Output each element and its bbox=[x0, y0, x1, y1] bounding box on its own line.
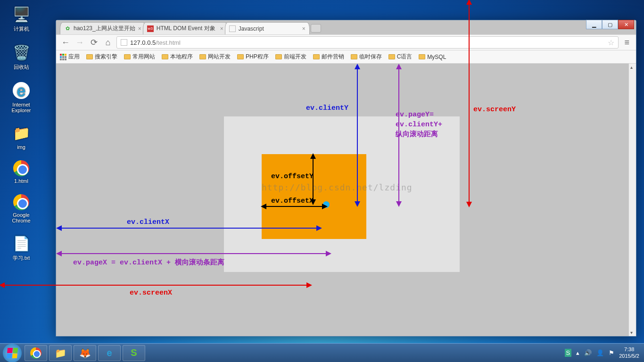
explorer-icon: 📁 bbox=[55, 347, 66, 359]
tab-title: HTML DOM Event 对象 bbox=[157, 25, 215, 33]
tab-title: Javascript bbox=[239, 25, 264, 32]
folder-icon bbox=[275, 54, 282, 59]
page-content: http://blog.csdn.net/lzding ev.offsetY e… bbox=[56, 64, 636, 336]
tray-volume-icon[interactable]: 🔊 bbox=[584, 349, 592, 356]
window-controls bbox=[586, 20, 634, 29]
desktop-label: 学习.txt bbox=[13, 255, 30, 261]
desktop-label: img bbox=[17, 144, 25, 150]
start-button[interactable] bbox=[3, 344, 22, 362]
taskbar-item-app[interactable]: S bbox=[123, 345, 145, 361]
tray-input-icon[interactable]: S bbox=[565, 349, 572, 357]
label-pagey: ev.pageY= ev.clientY+ 纵向滚动距离 bbox=[396, 110, 442, 140]
bookmark-folder[interactable]: 本地程序 bbox=[162, 53, 193, 61]
favicon-icon: w3 bbox=[147, 25, 154, 32]
tab-close-icon[interactable]: × bbox=[217, 25, 223, 32]
bookmark-label: 邮件营销 bbox=[322, 53, 344, 61]
bookmark-folder[interactable]: 搜索引擎 bbox=[86, 53, 117, 61]
bookmark-folder[interactable]: 临时保存 bbox=[351, 53, 382, 61]
bookmarks-bar: 应用 搜索引擎 常用网站 本地程序 网站开发 PHP程序 前端开发 邮件营销 临… bbox=[56, 50, 636, 64]
tray-flag-icon[interactable]: ⚑ bbox=[609, 349, 614, 356]
desktop-icon-ie[interactable]: Internet Explorer bbox=[5, 81, 38, 113]
address-path: /test.html bbox=[156, 39, 181, 46]
desktop-icons: 计算机 回收站 Internet Explorer img 1.html Goo… bbox=[5, 5, 42, 272]
bookmark-folder[interactable]: 前端开发 bbox=[275, 53, 306, 61]
bookmark-label: 常用网站 bbox=[132, 53, 155, 61]
clock-time: 7:38 bbox=[619, 346, 639, 353]
system-tray: S ▴ 🔊 👤 ⚑ 7:38 2015/5/2 bbox=[565, 346, 642, 359]
desktop-icon-1html[interactable]: 1.html bbox=[5, 160, 38, 184]
label-offsetx: ev.offsetX bbox=[271, 197, 314, 205]
bookmark-label: 前端开发 bbox=[284, 53, 306, 61]
recycle-icon bbox=[12, 43, 31, 62]
tab-close-icon[interactable]: × bbox=[135, 25, 141, 32]
tray-network-icon[interactable]: 👤 bbox=[596, 349, 604, 356]
tray-chevron-icon[interactable]: ▴ bbox=[576, 349, 579, 356]
bookmark-label: PHP程序 bbox=[246, 53, 269, 61]
taskbar-item-ie[interactable]: ｅ bbox=[98, 345, 121, 361]
bookmark-folder[interactable]: 常用网站 bbox=[124, 53, 155, 61]
window-minimize-button[interactable] bbox=[586, 20, 602, 29]
inner-element bbox=[262, 154, 366, 239]
desktop-icon-recycle[interactable]: 回收站 bbox=[5, 43, 38, 71]
chrome-icon bbox=[13, 194, 29, 210]
label-clientx: ev.clientX bbox=[127, 218, 169, 226]
tab-w3c[interactable]: w3 HTML DOM Event 对象 × bbox=[143, 22, 228, 34]
desktop-icon-computer[interactable]: 计算机 bbox=[5, 5, 38, 33]
firefox-icon: 🦊 bbox=[79, 347, 91, 359]
taskbar-item-explorer[interactable]: 📁 bbox=[49, 345, 72, 361]
bookmark-star-icon[interactable]: ☆ bbox=[608, 38, 614, 47]
taskbar-item-firefox[interactable]: 🦊 bbox=[74, 345, 96, 361]
folder-icon bbox=[313, 54, 320, 59]
chrome-icon bbox=[30, 347, 41, 359]
tab-javascript[interactable]: Javascript × bbox=[225, 22, 310, 34]
bookmark-label: 本地程序 bbox=[170, 53, 193, 61]
new-tab-button[interactable] bbox=[311, 24, 321, 33]
computer-icon bbox=[12, 5, 31, 24]
ie-icon: ｅ bbox=[105, 346, 114, 359]
arrow-clientx bbox=[57, 228, 321, 229]
bookmark-label: 临时保存 bbox=[359, 53, 382, 61]
vertical-scrollbar[interactable] bbox=[628, 64, 636, 336]
window-close-button[interactable] bbox=[618, 20, 634, 29]
bookmark-label: 搜索引擎 bbox=[95, 53, 117, 61]
bookmark-label: C语言 bbox=[397, 53, 413, 61]
address-bar[interactable]: 127.0.0.5/test.html ☆ bbox=[116, 36, 619, 49]
tab-strip: ✿ hao123_上网从这里开始 × w3 HTML DOM Event 对象 … bbox=[56, 20, 636, 34]
taskbar-clock[interactable]: 7:38 2015/5/2 bbox=[619, 346, 639, 359]
tab-hao123[interactable]: ✿ hao123_上网从这里开始 × bbox=[60, 22, 146, 34]
taskbar-item-chrome[interactable] bbox=[25, 345, 47, 361]
watermark-text: http://blog.csdn.net/lzding bbox=[262, 182, 413, 192]
folder-icon bbox=[12, 123, 31, 142]
bookmark-folder[interactable]: C语言 bbox=[388, 53, 413, 61]
back-button[interactable] bbox=[60, 37, 71, 48]
favicon-icon: ✿ bbox=[64, 25, 71, 32]
label-screenx: ev.screenX bbox=[130, 289, 172, 297]
folder-icon bbox=[388, 54, 395, 59]
folder-icon bbox=[237, 54, 244, 59]
tab-close-icon[interactable]: × bbox=[299, 25, 305, 32]
favicon-icon bbox=[229, 25, 236, 32]
folder-icon bbox=[162, 54, 168, 59]
desktop-label: Internet Explorer bbox=[12, 102, 31, 113]
folder-icon bbox=[86, 54, 93, 59]
desktop-label: Google Chrome bbox=[12, 212, 30, 223]
desktop-label: 1.html bbox=[14, 178, 28, 184]
window-maximize-button[interactable] bbox=[602, 20, 618, 29]
home-button[interactable] bbox=[102, 37, 114, 48]
chrome-menu-button[interactable]: ≡ bbox=[621, 38, 632, 48]
bookmark-folder[interactable]: 邮件营销 bbox=[313, 53, 344, 61]
bookmark-folder[interactable]: MySQL bbox=[419, 54, 446, 60]
address-host: 127.0.0.5 bbox=[130, 39, 156, 46]
bookmark-folder[interactable]: PHP程序 bbox=[237, 53, 269, 61]
arrow-clienty bbox=[357, 65, 358, 206]
desktop-icon-chrome[interactable]: Google Chrome bbox=[5, 194, 38, 223]
ie-icon bbox=[12, 81, 31, 100]
arrow-offsetx bbox=[262, 206, 327, 207]
reload-button[interactable] bbox=[88, 37, 99, 48]
bookmark-folder[interactable]: 网站开发 bbox=[199, 53, 231, 61]
folder-icon bbox=[124, 54, 131, 59]
desktop-icon-study[interactable]: 学习.txt bbox=[5, 234, 38, 262]
apps-button[interactable]: 应用 bbox=[60, 53, 80, 61]
outer-element bbox=[224, 116, 460, 272]
desktop-icon-img[interactable]: img bbox=[5, 123, 38, 150]
